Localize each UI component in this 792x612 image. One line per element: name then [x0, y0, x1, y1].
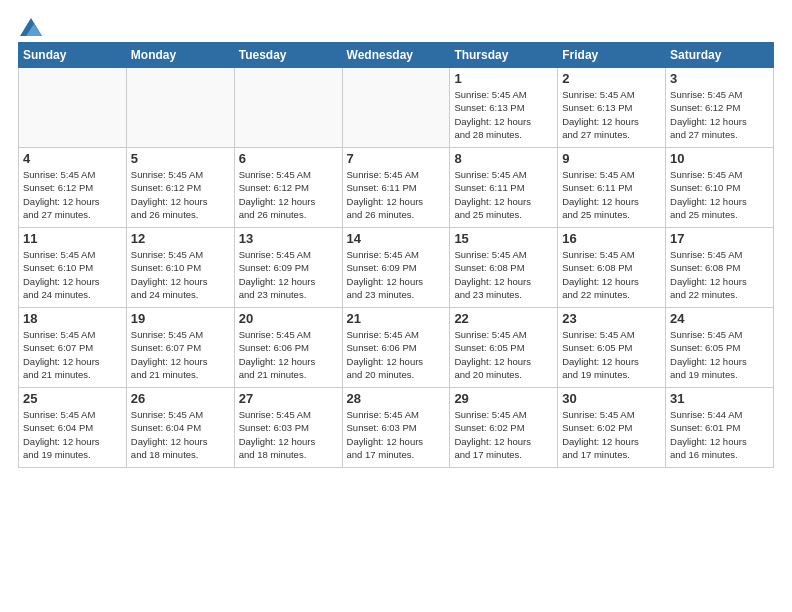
header — [18, 18, 774, 36]
day-cell: 4Sunrise: 5:45 AM Sunset: 6:12 PM Daylig… — [19, 148, 127, 228]
day-cell — [19, 68, 127, 148]
day-number: 20 — [239, 311, 338, 326]
day-cell: 3Sunrise: 5:45 AM Sunset: 6:12 PM Daylig… — [666, 68, 774, 148]
week-row-3: 18Sunrise: 5:45 AM Sunset: 6:07 PM Dayli… — [19, 308, 774, 388]
day-cell: 30Sunrise: 5:45 AM Sunset: 6:02 PM Dayli… — [558, 388, 666, 468]
day-info: Sunrise: 5:45 AM Sunset: 6:06 PM Dayligh… — [347, 328, 446, 381]
logo-text — [18, 18, 42, 36]
day-info: Sunrise: 5:45 AM Sunset: 6:05 PM Dayligh… — [670, 328, 769, 381]
day-info: Sunrise: 5:45 AM Sunset: 6:09 PM Dayligh… — [347, 248, 446, 301]
day-cell: 29Sunrise: 5:45 AM Sunset: 6:02 PM Dayli… — [450, 388, 558, 468]
day-info: Sunrise: 5:45 AM Sunset: 6:10 PM Dayligh… — [670, 168, 769, 221]
day-info: Sunrise: 5:45 AM Sunset: 6:12 PM Dayligh… — [23, 168, 122, 221]
day-info: Sunrise: 5:45 AM Sunset: 6:05 PM Dayligh… — [562, 328, 661, 381]
day-info: Sunrise: 5:45 AM Sunset: 6:08 PM Dayligh… — [454, 248, 553, 301]
logo-icon — [20, 18, 42, 36]
calendar: SundayMondayTuesdayWednesdayThursdayFrid… — [18, 42, 774, 468]
day-info: Sunrise: 5:45 AM Sunset: 6:10 PM Dayligh… — [23, 248, 122, 301]
day-number: 25 — [23, 391, 122, 406]
day-cell: 11Sunrise: 5:45 AM Sunset: 6:10 PM Dayli… — [19, 228, 127, 308]
day-cell: 10Sunrise: 5:45 AM Sunset: 6:10 PM Dayli… — [666, 148, 774, 228]
day-cell: 27Sunrise: 5:45 AM Sunset: 6:03 PM Dayli… — [234, 388, 342, 468]
day-number: 1 — [454, 71, 553, 86]
day-number: 21 — [347, 311, 446, 326]
weekday-header: Saturday — [666, 43, 774, 68]
logo — [18, 18, 42, 36]
day-info: Sunrise: 5:45 AM Sunset: 6:02 PM Dayligh… — [454, 408, 553, 461]
day-info: Sunrise: 5:45 AM Sunset: 6:11 PM Dayligh… — [454, 168, 553, 221]
day-cell: 22Sunrise: 5:45 AM Sunset: 6:05 PM Dayli… — [450, 308, 558, 388]
day-cell: 23Sunrise: 5:45 AM Sunset: 6:05 PM Dayli… — [558, 308, 666, 388]
day-info: Sunrise: 5:45 AM Sunset: 6:03 PM Dayligh… — [347, 408, 446, 461]
day-number: 28 — [347, 391, 446, 406]
day-info: Sunrise: 5:45 AM Sunset: 6:13 PM Dayligh… — [562, 88, 661, 141]
day-number: 7 — [347, 151, 446, 166]
day-number: 22 — [454, 311, 553, 326]
day-number: 10 — [670, 151, 769, 166]
day-number: 3 — [670, 71, 769, 86]
day-number: 24 — [670, 311, 769, 326]
day-number: 27 — [239, 391, 338, 406]
day-number: 5 — [131, 151, 230, 166]
week-row-1: 4Sunrise: 5:45 AM Sunset: 6:12 PM Daylig… — [19, 148, 774, 228]
week-row-0: 1Sunrise: 5:45 AM Sunset: 6:13 PM Daylig… — [19, 68, 774, 148]
day-cell: 18Sunrise: 5:45 AM Sunset: 6:07 PM Dayli… — [19, 308, 127, 388]
day-number: 6 — [239, 151, 338, 166]
day-cell: 7Sunrise: 5:45 AM Sunset: 6:11 PM Daylig… — [342, 148, 450, 228]
day-number: 23 — [562, 311, 661, 326]
day-cell — [342, 68, 450, 148]
day-info: Sunrise: 5:45 AM Sunset: 6:11 PM Dayligh… — [347, 168, 446, 221]
day-cell: 8Sunrise: 5:45 AM Sunset: 6:11 PM Daylig… — [450, 148, 558, 228]
day-number: 15 — [454, 231, 553, 246]
day-info: Sunrise: 5:44 AM Sunset: 6:01 PM Dayligh… — [670, 408, 769, 461]
day-cell: 25Sunrise: 5:45 AM Sunset: 6:04 PM Dayli… — [19, 388, 127, 468]
day-cell: 9Sunrise: 5:45 AM Sunset: 6:11 PM Daylig… — [558, 148, 666, 228]
day-info: Sunrise: 5:45 AM Sunset: 6:13 PM Dayligh… — [454, 88, 553, 141]
day-cell: 28Sunrise: 5:45 AM Sunset: 6:03 PM Dayli… — [342, 388, 450, 468]
day-cell: 26Sunrise: 5:45 AM Sunset: 6:04 PM Dayli… — [126, 388, 234, 468]
weekday-header: Thursday — [450, 43, 558, 68]
day-number: 14 — [347, 231, 446, 246]
day-info: Sunrise: 5:45 AM Sunset: 6:04 PM Dayligh… — [131, 408, 230, 461]
day-info: Sunrise: 5:45 AM Sunset: 6:07 PM Dayligh… — [131, 328, 230, 381]
weekday-header: Monday — [126, 43, 234, 68]
weekday-header: Friday — [558, 43, 666, 68]
weekday-header: Sunday — [19, 43, 127, 68]
day-number: 19 — [131, 311, 230, 326]
day-cell — [126, 68, 234, 148]
day-info: Sunrise: 5:45 AM Sunset: 6:12 PM Dayligh… — [239, 168, 338, 221]
week-row-2: 11Sunrise: 5:45 AM Sunset: 6:10 PM Dayli… — [19, 228, 774, 308]
day-number: 11 — [23, 231, 122, 246]
page: SundayMondayTuesdayWednesdayThursdayFrid… — [0, 0, 792, 480]
weekday-header: Wednesday — [342, 43, 450, 68]
day-number: 17 — [670, 231, 769, 246]
day-cell: 1Sunrise: 5:45 AM Sunset: 6:13 PM Daylig… — [450, 68, 558, 148]
day-cell: 5Sunrise: 5:45 AM Sunset: 6:12 PM Daylig… — [126, 148, 234, 228]
day-number: 29 — [454, 391, 553, 406]
day-number: 26 — [131, 391, 230, 406]
day-info: Sunrise: 5:45 AM Sunset: 6:07 PM Dayligh… — [23, 328, 122, 381]
day-number: 9 — [562, 151, 661, 166]
day-info: Sunrise: 5:45 AM Sunset: 6:02 PM Dayligh… — [562, 408, 661, 461]
day-info: Sunrise: 5:45 AM Sunset: 6:05 PM Dayligh… — [454, 328, 553, 381]
day-info: Sunrise: 5:45 AM Sunset: 6:12 PM Dayligh… — [131, 168, 230, 221]
day-number: 18 — [23, 311, 122, 326]
day-info: Sunrise: 5:45 AM Sunset: 6:12 PM Dayligh… — [670, 88, 769, 141]
day-number: 13 — [239, 231, 338, 246]
day-cell: 31Sunrise: 5:44 AM Sunset: 6:01 PM Dayli… — [666, 388, 774, 468]
day-info: Sunrise: 5:45 AM Sunset: 6:09 PM Dayligh… — [239, 248, 338, 301]
week-row-4: 25Sunrise: 5:45 AM Sunset: 6:04 PM Dayli… — [19, 388, 774, 468]
day-cell: 21Sunrise: 5:45 AM Sunset: 6:06 PM Dayli… — [342, 308, 450, 388]
day-number: 8 — [454, 151, 553, 166]
day-cell: 14Sunrise: 5:45 AM Sunset: 6:09 PM Dayli… — [342, 228, 450, 308]
day-cell: 16Sunrise: 5:45 AM Sunset: 6:08 PM Dayli… — [558, 228, 666, 308]
day-info: Sunrise: 5:45 AM Sunset: 6:11 PM Dayligh… — [562, 168, 661, 221]
day-cell: 13Sunrise: 5:45 AM Sunset: 6:09 PM Dayli… — [234, 228, 342, 308]
day-info: Sunrise: 5:45 AM Sunset: 6:03 PM Dayligh… — [239, 408, 338, 461]
day-cell: 2Sunrise: 5:45 AM Sunset: 6:13 PM Daylig… — [558, 68, 666, 148]
day-cell: 12Sunrise: 5:45 AM Sunset: 6:10 PM Dayli… — [126, 228, 234, 308]
day-cell: 24Sunrise: 5:45 AM Sunset: 6:05 PM Dayli… — [666, 308, 774, 388]
day-info: Sunrise: 5:45 AM Sunset: 6:08 PM Dayligh… — [670, 248, 769, 301]
day-info: Sunrise: 5:45 AM Sunset: 6:04 PM Dayligh… — [23, 408, 122, 461]
day-number: 4 — [23, 151, 122, 166]
